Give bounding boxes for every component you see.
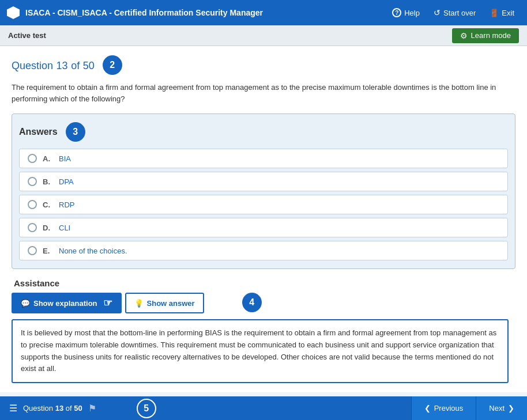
show-answer-label: Show answer bbox=[147, 299, 195, 308]
start-over-button[interactable]: ↺ Start over bbox=[428, 5, 481, 21]
header: ISACA - CISM_ISACA - Certified Informati… bbox=[0, 0, 527, 25]
exit-label: Exit bbox=[502, 9, 514, 17]
show-answer-button[interactable]: 💡 Show answer bbox=[125, 293, 204, 313]
question-number: 13 bbox=[57, 60, 68, 71]
answer-label-c: C. bbox=[43, 200, 53, 209]
radio-a[interactable] bbox=[28, 154, 37, 163]
footer-nav: ❮ Previous Next ❯ bbox=[411, 396, 527, 420]
answer-text-c: RDP bbox=[59, 200, 74, 209]
exit-button[interactable]: 🚪 Exit bbox=[484, 5, 520, 21]
answer-text-b: DPA bbox=[59, 177, 74, 186]
next-button[interactable]: Next ❯ bbox=[476, 396, 527, 420]
answers-header: Answers 3 bbox=[19, 122, 508, 142]
answer-option-d[interactable]: D. CLI bbox=[19, 218, 508, 237]
radio-d[interactable] bbox=[28, 223, 37, 232]
answer-text-d: CLI bbox=[59, 224, 70, 232]
learn-mode-label: Learn mode bbox=[471, 31, 511, 40]
previous-button[interactable]: ❮ Previous bbox=[411, 396, 476, 420]
answer-label-b: B. bbox=[43, 177, 53, 186]
assistance-title: Assistance bbox=[12, 278, 515, 288]
footer: ☰ Question 13 of 50 ⚑ 5 ❮ Previous Next … bbox=[0, 396, 527, 420]
show-explanation-label: Show explanation bbox=[33, 299, 97, 308]
main-content: Question 13 of 50 2 The requirement to o… bbox=[0, 46, 527, 392]
active-test-label: Active test bbox=[8, 31, 46, 40]
help-button[interactable]: ? Help bbox=[386, 5, 426, 21]
answer-option-c[interactable]: C. RDP bbox=[19, 195, 508, 214]
app-title: ISACA - CISM_ISACA - Certified Informati… bbox=[25, 8, 386, 17]
help-label: Help bbox=[404, 9, 420, 17]
answer-text-e: None of the choices. bbox=[59, 247, 127, 255]
step-badge-4: 4 bbox=[242, 293, 262, 312]
refresh-icon: ↺ bbox=[434, 8, 441, 17]
footer-question-of: of bbox=[66, 404, 72, 413]
footer-list-icon: ☰ bbox=[9, 403, 17, 414]
answer-option-b[interactable]: B. DPA bbox=[19, 172, 508, 191]
learn-mode-button[interactable]: ⚙ Learn mode bbox=[452, 28, 519, 43]
answer-label-d: D. bbox=[43, 224, 53, 232]
exit-icon: 🚪 bbox=[490, 9, 499, 17]
answer-option-e[interactable]: E. None of the choices. bbox=[19, 241, 508, 260]
radio-b[interactable] bbox=[28, 177, 37, 186]
footer-question-number: 13 bbox=[55, 404, 63, 413]
question-header: Question 13 of 50 2 bbox=[12, 55, 515, 75]
active-test-bar: Active test ⚙ Learn mode bbox=[0, 25, 527, 46]
question-heading-prefix: Question bbox=[12, 60, 53, 71]
previous-label: Previous bbox=[434, 404, 464, 413]
explanation-icon: 💬 bbox=[21, 299, 30, 308]
show-explanation-button[interactable]: 💬 Show explanation ☞ bbox=[12, 293, 122, 313]
assistance-buttons: 💬 Show explanation ☞ 💡 Show answer 4 bbox=[12, 293, 515, 313]
question-title: Question 13 of 50 bbox=[12, 59, 95, 72]
answers-title: Answers bbox=[19, 127, 58, 137]
radio-c[interactable] bbox=[28, 200, 37, 209]
question-heading-of: of bbox=[71, 60, 80, 71]
question-total: 50 bbox=[83, 60, 95, 71]
start-over-label: Start over bbox=[443, 9, 476, 17]
app-logo bbox=[7, 6, 20, 19]
question-text: The requirement to obtain a firm and for… bbox=[12, 82, 507, 104]
learn-mode-icon: ⚙ bbox=[460, 31, 468, 40]
footer-question-text: Question bbox=[23, 404, 53, 413]
footer-question-total: 50 bbox=[74, 404, 82, 413]
explanation-box: It is believed by most that the bottom-l… bbox=[12, 319, 509, 383]
step-badge-5: 5 bbox=[137, 399, 156, 418]
next-label: Next bbox=[489, 404, 505, 413]
explanation-text: It is believed by most that the bottom-l… bbox=[21, 328, 496, 373]
flag-icon[interactable]: ⚑ bbox=[88, 403, 96, 414]
next-arrow-icon: ❯ bbox=[508, 404, 514, 413]
footer-left: ☰ Question 13 of 50 ⚑ 5 bbox=[0, 399, 411, 418]
footer-question-label: Question 13 of 50 bbox=[23, 404, 82, 413]
radio-e[interactable] bbox=[28, 246, 37, 255]
step-badge-3: 3 bbox=[66, 122, 85, 142]
answers-container: Answers 3 A. BIA B. DPA C. RDP D. CLI bbox=[12, 113, 515, 269]
header-actions: ? Help ↺ Start over 🚪 Exit bbox=[386, 5, 520, 21]
cursor-indicator: ☞ bbox=[103, 297, 112, 309]
step-badge-2: 2 bbox=[103, 55, 122, 75]
assistance-section: Assistance 💬 Show explanation ☞ 💡 Show a… bbox=[12, 278, 515, 383]
prev-arrow-icon: ❮ bbox=[424, 404, 431, 413]
answer-text-a: BIA bbox=[59, 154, 71, 163]
help-icon: ? bbox=[392, 8, 401, 17]
answer-label-a: A. bbox=[43, 154, 53, 163]
answer-option-a[interactable]: A. BIA bbox=[19, 149, 508, 168]
answer-label-e: E. bbox=[43, 247, 53, 255]
answer-icon: 💡 bbox=[134, 299, 144, 308]
